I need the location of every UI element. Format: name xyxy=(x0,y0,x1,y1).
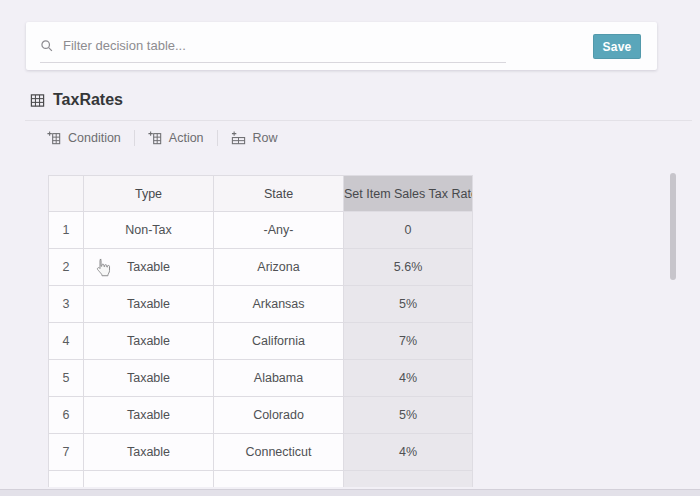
type-cell[interactable]: Taxable xyxy=(84,286,214,323)
row-number-cell[interactable]: 6 xyxy=(49,397,84,434)
rate-cell[interactable] xyxy=(344,471,473,488)
state-cell[interactable]: California xyxy=(214,323,344,360)
insert-row-button[interactable]: Row xyxy=(218,125,291,151)
header-cell-action-selected[interactable]: Set Item Sales Tax Rate xyxy=(344,176,473,212)
header-cell-rownum[interactable] xyxy=(49,176,84,212)
row-number-cell[interactable]: 2 xyxy=(49,249,84,286)
filter-field-wrap xyxy=(40,29,506,63)
vertical-scrollbar-thumb[interactable] xyxy=(670,173,676,280)
table-row: 2 Taxable Arizona 5.6% xyxy=(49,249,473,286)
insert-condition-button[interactable]: Condition xyxy=(34,125,134,151)
row-number-cell[interactable]: 3 xyxy=(49,286,84,323)
row-number-cell[interactable] xyxy=(49,471,84,488)
type-cell[interactable]: Taxable xyxy=(84,360,214,397)
row-number-cell[interactable]: 1 xyxy=(49,212,84,249)
insert-action-button[interactable]: Action xyxy=(135,125,217,151)
search-icon xyxy=(40,39,54,53)
decision-table-viewport: Type State Set Item Sales Tax Rate 1 Non… xyxy=(48,175,475,487)
state-cell[interactable]: Connecticut xyxy=(214,434,344,471)
row-number-cell[interactable]: 4 xyxy=(49,323,84,360)
table-toolbar: Condition Action Row xyxy=(34,125,291,151)
page-title-text: TaxRates xyxy=(53,91,123,109)
save-button[interactable]: Save xyxy=(593,34,641,59)
row-number-cell[interactable]: 7 xyxy=(49,434,84,471)
type-cell[interactable]: Taxable xyxy=(84,323,214,360)
rate-cell[interactable]: 7% xyxy=(344,323,473,360)
state-cell[interactable]: Colorado xyxy=(214,397,344,434)
rate-cell[interactable]: 5.6% xyxy=(344,249,473,286)
table-row: 6 Taxable Colorado 5% xyxy=(49,397,473,434)
filter-toolbar-card: Save xyxy=(26,22,657,70)
insert-condition-label: Condition xyxy=(68,131,121,145)
decision-table: Type State Set Item Sales Tax Rate 1 Non… xyxy=(48,175,473,487)
insert-row-label: Row xyxy=(253,131,278,145)
state-cell[interactable]: Arizona xyxy=(214,249,344,286)
filter-input[interactable] xyxy=(63,38,506,53)
insert-column-icon xyxy=(47,131,61,145)
table-row: 4 Taxable California 7% xyxy=(49,323,473,360)
type-cell[interactable]: Taxable xyxy=(84,249,214,286)
insert-row-icon xyxy=(231,131,246,145)
window-bottom-edge xyxy=(0,489,700,496)
row-number-cell[interactable]: 5 xyxy=(49,360,84,397)
insert-action-label: Action xyxy=(169,131,204,145)
table-grid-icon xyxy=(30,93,45,108)
table-row: 7 Taxable Connecticut 4% xyxy=(49,434,473,471)
type-cell[interactable] xyxy=(84,471,214,488)
table-row-partial xyxy=(49,471,473,488)
header-row: Type State Set Item Sales Tax Rate xyxy=(49,176,473,212)
rate-cell[interactable]: 5% xyxy=(344,286,473,323)
state-cell[interactable]: Alabama xyxy=(214,360,344,397)
insert-column-icon xyxy=(148,131,162,145)
table-row: 5 Taxable Alabama 4% xyxy=(49,360,473,397)
table-row: 1 Non-Tax -Any- 0 xyxy=(49,212,473,249)
rate-cell[interactable]: 4% xyxy=(344,360,473,397)
header-cell-type[interactable]: Type xyxy=(84,176,214,212)
rate-cell[interactable]: 0 xyxy=(344,212,473,249)
rate-cell[interactable]: 5% xyxy=(344,397,473,434)
type-cell[interactable]: Taxable xyxy=(84,397,214,434)
header-cell-state[interactable]: State xyxy=(214,176,344,212)
page-title: TaxRates xyxy=(30,91,123,109)
decision-table-editor: Save TaxRates Condition xyxy=(0,0,700,496)
title-divider xyxy=(25,120,692,121)
type-cell[interactable]: Taxable xyxy=(84,434,214,471)
rate-cell[interactable]: 4% xyxy=(344,434,473,471)
state-cell[interactable] xyxy=(214,471,344,488)
state-cell[interactable]: -Any- xyxy=(214,212,344,249)
state-cell[interactable]: Arkansas xyxy=(214,286,344,323)
type-cell[interactable]: Non-Tax xyxy=(84,212,214,249)
table-row: 3 Taxable Arkansas 5% xyxy=(49,286,473,323)
